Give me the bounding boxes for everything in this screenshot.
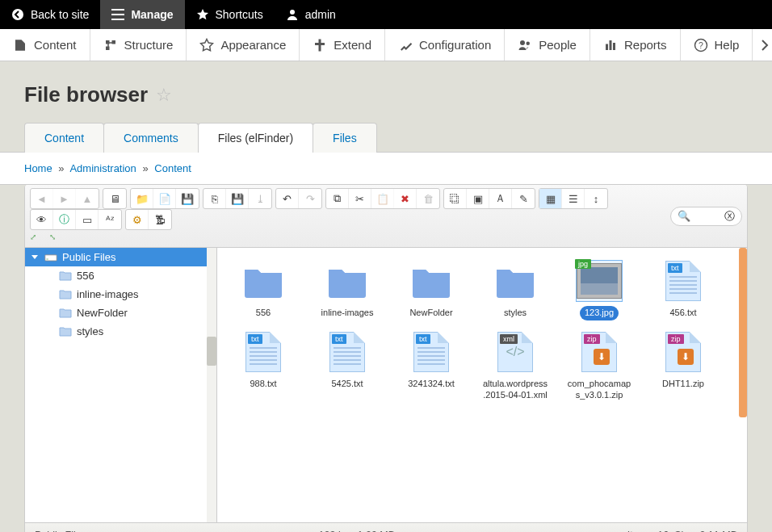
tree-node[interactable]: 556 bbox=[25, 266, 216, 285]
files-pane[interactable]: 556inline-imagesNewFolderstylesjpg123.jp… bbox=[217, 248, 747, 522]
file-item[interactable]: zip⬇DHT11.zip bbox=[645, 329, 721, 406]
search-box[interactable]: 🔍 ⓧ bbox=[670, 207, 742, 226]
menu-structure[interactable]: Structure bbox=[90, 29, 187, 61]
nav-up-button[interactable]: ▲ bbox=[76, 189, 99, 208]
file-item[interactable]: NewFolder bbox=[393, 258, 469, 324]
rename-button[interactable]: Ａ bbox=[489, 189, 512, 208]
file-label: com_phocamaps_v3.0.1.zip bbox=[561, 377, 637, 403]
edit-button[interactable]: ✎ bbox=[512, 189, 535, 208]
tab-files-elfinder[interactable]: Files (elFinder) bbox=[198, 123, 313, 153]
nav-forward-button[interactable]: ► bbox=[53, 189, 76, 208]
open-button[interactable]: ⎘ bbox=[203, 189, 226, 208]
crumb-content[interactable]: Content bbox=[154, 162, 191, 174]
chmod-button[interactable]: ᴬᶻ bbox=[99, 210, 121, 229]
file-label: 456.txt bbox=[665, 306, 701, 320]
menu-content[interactable]: Content bbox=[0, 29, 90, 61]
menu-people[interactable]: People bbox=[505, 29, 590, 61]
folder-icon bbox=[59, 270, 72, 281]
file-item[interactable]: txt988.txt bbox=[225, 329, 301, 406]
file-thumbnail: txt bbox=[325, 332, 370, 372]
tab-content[interactable]: Content bbox=[24, 123, 104, 153]
manage-menu[interactable]: Manage bbox=[100, 0, 184, 29]
menu-extend-label: Extend bbox=[334, 38, 371, 52]
empty-button[interactable]: 🗑 bbox=[417, 189, 439, 208]
drive-icon bbox=[44, 253, 57, 262]
file-item[interactable]: jpg123.jpg bbox=[561, 258, 637, 324]
crumb-home[interactable]: Home bbox=[24, 162, 52, 174]
download-button[interactable]: 💾 bbox=[226, 189, 249, 208]
quicklook-button[interactable]: ▭ bbox=[76, 210, 99, 229]
menu-help[interactable]: ?Help bbox=[681, 29, 753, 61]
view-list-button[interactable]: ☰ bbox=[562, 189, 585, 208]
tree-node[interactable]: inline-images bbox=[25, 285, 216, 304]
file-thumbnail: jpg bbox=[577, 261, 622, 301]
shortcuts-menu[interactable]: Shortcuts bbox=[185, 0, 275, 29]
file-label: inline-images bbox=[317, 306, 379, 320]
menu-overflow[interactable] bbox=[753, 29, 772, 61]
file-item[interactable]: styles bbox=[477, 258, 553, 324]
preview-button[interactable]: 👁 bbox=[31, 210, 53, 229]
netmount-button[interactable]: 🖥 bbox=[103, 189, 126, 208]
file-thumbnail: txt bbox=[241, 332, 286, 372]
folder-icon bbox=[59, 308, 72, 318]
duplicate-button[interactable]: ⿻ bbox=[444, 189, 467, 208]
breadcrumb: Home » Administration » Content bbox=[0, 152, 772, 185]
new-folder-button[interactable]: 📁 bbox=[131, 189, 153, 208]
new-file-button[interactable]: 📄 bbox=[153, 189, 176, 208]
tab-comments[interactable]: Comments bbox=[103, 123, 199, 153]
menu-configuration[interactable]: Configuration bbox=[385, 29, 505, 61]
user-icon bbox=[286, 8, 299, 21]
tree-root[interactable]: Public Files bbox=[25, 248, 216, 266]
undo-button[interactable]: ↶ bbox=[276, 189, 299, 208]
file-item[interactable]: inline-images bbox=[309, 258, 385, 324]
elfinder: ◄ ► ▲ 🖥 📁 📄 💾 ⎘ 💾 ⤓ ↶ ↷ ⧉ ✂ 📋 ✖ 🗑 bbox=[24, 185, 748, 532]
file-label: 5425.txt bbox=[326, 377, 367, 392]
file-label: altula.wordpress.2015-04-01.xml bbox=[477, 377, 553, 403]
file-thumbnail: txt bbox=[409, 332, 454, 372]
clear-search-icon[interactable]: ⓧ bbox=[724, 209, 735, 224]
copy-button[interactable]: ⧉ bbox=[326, 189, 349, 208]
redo-button[interactable]: ↷ bbox=[299, 189, 321, 208]
tree-node[interactable]: styles bbox=[25, 322, 216, 341]
upload-button[interactable]: 💾 bbox=[176, 189, 199, 208]
file-item[interactable]: txt5425.txt bbox=[309, 329, 385, 406]
file-item[interactable]: txt3241324.txt bbox=[393, 329, 469, 406]
back-to-site-link[interactable]: Back to site bbox=[0, 0, 100, 29]
svg-text:?: ? bbox=[699, 40, 703, 49]
file-item[interactable]: xml</>altula.wordpress.2015-04-01.xml bbox=[477, 329, 553, 406]
archive-button[interactable]: 🗜 bbox=[149, 210, 171, 229]
file-item[interactable]: txt456.txt bbox=[645, 258, 721, 324]
file-item[interactable]: zip⬇com_phocamaps_v3.0.1.zip bbox=[561, 329, 637, 406]
info-button[interactable]: ⓘ bbox=[53, 210, 76, 229]
getfile-button[interactable]: ⤓ bbox=[249, 189, 271, 208]
favorite-star-icon[interactable]: ☆ bbox=[156, 85, 172, 106]
shortcuts-label: Shortcuts bbox=[216, 8, 263, 21]
sort-button[interactable]: ↕ bbox=[585, 189, 607, 208]
tree-root-label: Public Files bbox=[62, 251, 115, 263]
crumb-sep: » bbox=[58, 162, 64, 174]
tree-node[interactable]: NewFolder bbox=[25, 304, 216, 322]
user-menu[interactable]: admin bbox=[275, 0, 347, 29]
menu-extend[interactable]: Extend bbox=[300, 29, 385, 61]
nav-back-button[interactable]: ◄ bbox=[31, 189, 53, 208]
admin-topbar: Back to site Manage Shortcuts admin bbox=[0, 0, 772, 29]
menu-reports[interactable]: Reports bbox=[590, 29, 681, 61]
view-icons-button[interactable]: ▦ bbox=[539, 189, 562, 208]
tab-files[interactable]: Files bbox=[313, 123, 377, 153]
back-to-site-label: Back to site bbox=[31, 8, 89, 21]
select-button[interactable]: ▣ bbox=[467, 189, 489, 208]
paste-button[interactable]: 📋 bbox=[371, 189, 394, 208]
svg-point-4 bbox=[290, 10, 295, 15]
fullscreen-in-icon[interactable]: ⤢ bbox=[30, 232, 44, 244]
extract-button[interactable]: ⚙ bbox=[126, 210, 149, 229]
file-thumbnail bbox=[409, 261, 454, 301]
delete-button[interactable]: ✖ bbox=[394, 189, 417, 208]
tree-expand-icon[interactable] bbox=[31, 255, 38, 259]
fullscreen-out-icon[interactable]: ⤡ bbox=[49, 232, 64, 244]
cut-button[interactable]: ✂ bbox=[349, 189, 371, 208]
search-input[interactable] bbox=[695, 211, 720, 222]
menu-appearance[interactable]: Appearance bbox=[187, 29, 300, 61]
crumb-admin[interactable]: Administration bbox=[69, 162, 136, 174]
file-item[interactable]: 556 bbox=[225, 258, 301, 324]
tree-scrollbar[interactable] bbox=[207, 248, 216, 522]
